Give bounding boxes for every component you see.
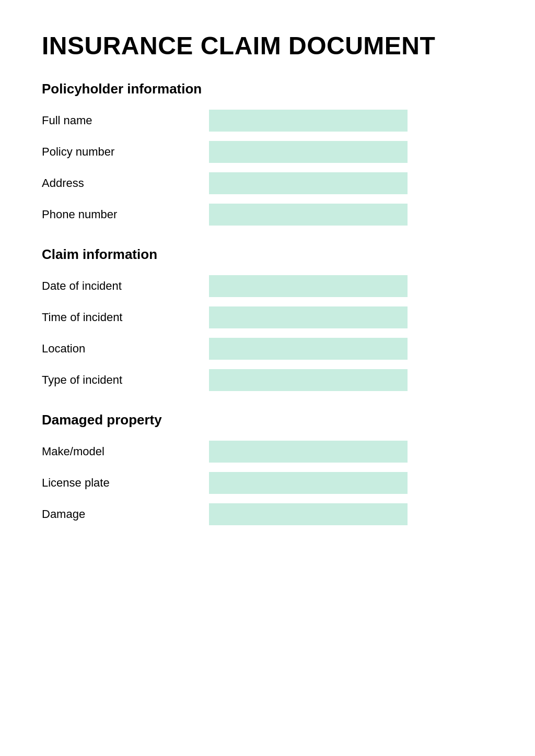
policy-number-row: Policy number (42, 141, 493, 163)
address-label: Address (42, 176, 209, 190)
make-model-label: Make/model (42, 445, 209, 458)
make-model-input[interactable] (209, 441, 408, 463)
damaged-property-heading: Damaged property (42, 412, 493, 428)
policy-number-input[interactable] (209, 141, 408, 163)
phone-number-input[interactable] (209, 204, 408, 226)
damage-row: Damage (42, 503, 493, 525)
address-input[interactable] (209, 172, 408, 194)
claim-heading: Claim information (42, 246, 493, 263)
time-of-incident-label: Time of incident (42, 311, 209, 324)
type-of-incident-input[interactable] (209, 369, 408, 391)
damaged-property-section: Damaged property Make/model License plat… (42, 412, 493, 525)
location-input[interactable] (209, 338, 408, 360)
location-row: Location (42, 338, 493, 360)
damage-label: Damage (42, 507, 209, 521)
make-model-row: Make/model (42, 441, 493, 463)
time-of-incident-row: Time of incident (42, 306, 493, 328)
license-plate-label: License plate (42, 476, 209, 490)
policy-number-label: Policy number (42, 145, 209, 159)
phone-number-label: Phone number (42, 208, 209, 221)
policyholder-section: Policyholder information Full name Polic… (42, 81, 493, 226)
damage-input[interactable] (209, 503, 408, 525)
type-of-incident-label: Type of incident (42, 373, 209, 387)
type-of-incident-row: Type of incident (42, 369, 493, 391)
full-name-input[interactable] (209, 110, 408, 132)
license-plate-input[interactable] (209, 472, 408, 494)
date-of-incident-row: Date of incident (42, 275, 493, 297)
license-plate-row: License plate (42, 472, 493, 494)
address-row: Address (42, 172, 493, 194)
page-title: INSURANCE CLAIM DOCUMENT (42, 31, 493, 60)
full-name-label: Full name (42, 114, 209, 127)
date-of-incident-input[interactable] (209, 275, 408, 297)
claim-section: Claim information Date of incident Time … (42, 246, 493, 391)
phone-number-row: Phone number (42, 204, 493, 226)
location-label: Location (42, 342, 209, 356)
policyholder-heading: Policyholder information (42, 81, 493, 97)
full-name-row: Full name (42, 110, 493, 132)
date-of-incident-label: Date of incident (42, 279, 209, 293)
time-of-incident-input[interactable] (209, 306, 408, 328)
